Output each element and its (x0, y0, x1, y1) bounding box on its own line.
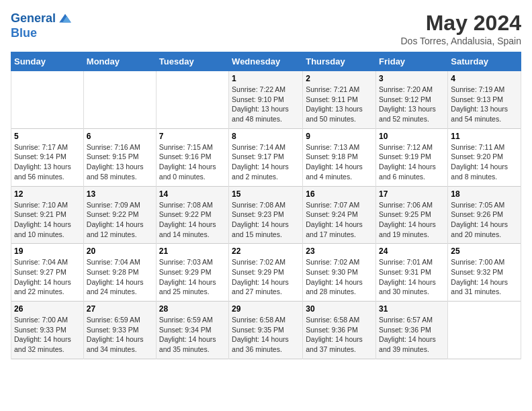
day-info: Sunrise: 7:05 AM Sunset: 9:26 PM Dayligh… (451, 200, 518, 240)
calendar-cell (448, 302, 521, 359)
calendar-cell: 3Sunrise: 7:20 AM Sunset: 9:12 PM Daylig… (376, 71, 448, 129)
calendar-table: SundayMondayTuesdayWednesdayThursdayFrid… (11, 52, 521, 359)
day-number: 22 (232, 246, 300, 256)
calendar-cell: 31Sunrise: 6:57 AM Sunset: 9:36 PM Dayli… (376, 302, 448, 359)
day-info: Sunrise: 6:58 AM Sunset: 9:35 PM Dayligh… (232, 315, 300, 355)
day-number: 25 (451, 246, 518, 256)
calendar-cell: 12Sunrise: 7:10 AM Sunset: 9:21 PM Dayli… (11, 186, 84, 244)
calendar-cell: 5Sunrise: 7:17 AM Sunset: 9:14 PM Daylig… (11, 128, 84, 186)
day-info: Sunrise: 7:12 AM Sunset: 9:19 PM Dayligh… (379, 142, 445, 182)
calendar-cell: 11Sunrise: 7:11 AM Sunset: 9:20 PM Dayli… (448, 128, 521, 186)
calendar-cell: 10Sunrise: 7:12 AM Sunset: 9:19 PM Dayli… (376, 128, 448, 186)
calendar-week-row: 1Sunrise: 7:22 AM Sunset: 9:10 PM Daylig… (11, 71, 521, 129)
day-number: 11 (451, 132, 518, 141)
day-info: Sunrise: 7:10 AM Sunset: 9:21 PM Dayligh… (14, 200, 81, 240)
calendar-cell: 1Sunrise: 7:22 AM Sunset: 9:10 PM Daylig… (229, 71, 303, 129)
day-info: Sunrise: 7:13 AM Sunset: 9:18 PM Dayligh… (306, 142, 373, 182)
calendar-cell: 18Sunrise: 7:05 AM Sunset: 9:26 PM Dayli… (448, 186, 521, 244)
logo-text: General (11, 12, 56, 26)
calendar-week-row: 12Sunrise: 7:10 AM Sunset: 9:21 PM Dayli… (11, 186, 521, 244)
day-number: 5 (14, 132, 81, 141)
day-info: Sunrise: 7:03 AM Sunset: 9:29 PM Dayligh… (159, 257, 226, 297)
weekday-header: Saturday (448, 52, 521, 71)
day-info: Sunrise: 6:59 AM Sunset: 9:34 PM Dayligh… (159, 315, 226, 355)
logo-blue-text: Blue (11, 27, 73, 40)
calendar-cell: 27Sunrise: 6:59 AM Sunset: 9:33 PM Dayli… (83, 302, 156, 359)
day-info: Sunrise: 7:09 AM Sunset: 9:22 PM Dayligh… (87, 200, 153, 240)
day-info: Sunrise: 7:15 AM Sunset: 9:16 PM Dayligh… (159, 142, 226, 182)
calendar-cell (156, 71, 228, 129)
calendar-cell (83, 71, 156, 129)
day-number: 17 (379, 189, 445, 199)
weekday-header: Thursday (303, 52, 376, 71)
day-number: 28 (159, 304, 226, 314)
day-number: 7 (159, 132, 226, 141)
calendar-cell: 25Sunrise: 7:00 AM Sunset: 9:32 PM Dayli… (448, 244, 521, 302)
day-info: Sunrise: 7:07 AM Sunset: 9:24 PM Dayligh… (306, 200, 373, 240)
calendar-cell: 30Sunrise: 6:58 AM Sunset: 9:36 PM Dayli… (303, 302, 376, 359)
day-info: Sunrise: 7:08 AM Sunset: 9:23 PM Dayligh… (232, 200, 300, 240)
day-number: 21 (159, 246, 226, 256)
day-info: Sunrise: 7:04 AM Sunset: 9:27 PM Dayligh… (14, 257, 81, 297)
day-info: Sunrise: 6:58 AM Sunset: 9:36 PM Dayligh… (306, 315, 373, 355)
day-info: Sunrise: 7:21 AM Sunset: 9:11 PM Dayligh… (306, 85, 373, 124)
calendar-cell: 13Sunrise: 7:09 AM Sunset: 9:22 PM Dayli… (83, 186, 156, 244)
calendar-cell: 7Sunrise: 7:15 AM Sunset: 9:16 PM Daylig… (156, 128, 228, 186)
day-info: Sunrise: 7:11 AM Sunset: 9:20 PM Dayligh… (451, 142, 518, 182)
calendar-cell: 28Sunrise: 6:59 AM Sunset: 9:34 PM Dayli… (156, 302, 228, 359)
day-number: 1 (232, 74, 300, 83)
day-info: Sunrise: 7:17 AM Sunset: 9:14 PM Dayligh… (14, 142, 81, 182)
day-info: Sunrise: 7:16 AM Sunset: 9:15 PM Dayligh… (87, 142, 153, 182)
day-info: Sunrise: 7:02 AM Sunset: 9:30 PM Dayligh… (306, 257, 373, 297)
day-number: 30 (306, 304, 373, 314)
day-info: Sunrise: 7:00 AM Sunset: 9:33 PM Dayligh… (14, 315, 81, 355)
day-number: 26 (14, 304, 81, 314)
day-number: 27 (87, 304, 153, 314)
day-number: 16 (306, 189, 373, 199)
calendar-cell: 4Sunrise: 7:19 AM Sunset: 9:13 PM Daylig… (448, 71, 521, 129)
calendar-cell: 15Sunrise: 7:08 AM Sunset: 9:23 PM Dayli… (229, 186, 303, 244)
calendar-cell: 2Sunrise: 7:21 AM Sunset: 9:11 PM Daylig… (303, 71, 376, 129)
page-header: General Blue May 2024 Dos Torres, Andalu… (11, 11, 521, 46)
title-block: May 2024 Dos Torres, Andalusia, Spain (400, 11, 521, 46)
calendar-cell: 26Sunrise: 7:00 AM Sunset: 9:33 PM Dayli… (11, 302, 84, 359)
calendar-week-row: 26Sunrise: 7:00 AM Sunset: 9:33 PM Dayli… (11, 302, 521, 359)
day-number: 18 (451, 189, 518, 199)
calendar-cell (11, 71, 84, 129)
day-number: 9 (306, 132, 373, 141)
calendar-cell: 14Sunrise: 7:08 AM Sunset: 9:22 PM Dayli… (156, 186, 228, 244)
calendar-cell: 8Sunrise: 7:14 AM Sunset: 9:17 PM Daylig… (229, 128, 303, 186)
calendar-cell: 22Sunrise: 7:02 AM Sunset: 9:29 PM Dayli… (229, 244, 303, 302)
day-number: 14 (159, 189, 226, 199)
calendar-week-row: 19Sunrise: 7:04 AM Sunset: 9:27 PM Dayli… (11, 244, 521, 302)
day-number: 13 (87, 189, 153, 199)
day-number: 6 (87, 132, 153, 141)
calendar-cell: 9Sunrise: 7:13 AM Sunset: 9:18 PM Daylig… (303, 128, 376, 186)
calendar-cell: 23Sunrise: 7:02 AM Sunset: 9:30 PM Dayli… (303, 244, 376, 302)
day-number: 19 (14, 246, 81, 256)
day-info: Sunrise: 7:01 AM Sunset: 9:31 PM Dayligh… (379, 257, 445, 297)
logo-icon (57, 11, 73, 27)
page-subtitle: Dos Torres, Andalusia, Spain (400, 36, 521, 46)
day-info: Sunrise: 7:14 AM Sunset: 9:17 PM Dayligh… (232, 142, 300, 182)
day-info: Sunrise: 7:20 AM Sunset: 9:12 PM Dayligh… (379, 85, 445, 124)
day-info: Sunrise: 7:00 AM Sunset: 9:32 PM Dayligh… (451, 257, 518, 297)
day-info: Sunrise: 6:57 AM Sunset: 9:36 PM Dayligh… (379, 315, 445, 355)
calendar-cell: 16Sunrise: 7:07 AM Sunset: 9:24 PM Dayli… (303, 186, 376, 244)
page-title: May 2024 (400, 11, 521, 36)
weekday-header: Tuesday (156, 52, 228, 71)
day-info: Sunrise: 7:02 AM Sunset: 9:29 PM Dayligh… (232, 257, 300, 297)
day-number: 24 (379, 246, 445, 256)
day-number: 23 (306, 246, 373, 256)
calendar-cell: 20Sunrise: 7:04 AM Sunset: 9:28 PM Dayli… (83, 244, 156, 302)
weekday-header: Sunday (11, 52, 84, 71)
day-number: 20 (87, 246, 153, 256)
logo: General Blue (11, 11, 73, 40)
day-number: 15 (232, 189, 300, 199)
weekday-header: Wednesday (229, 52, 303, 71)
day-number: 29 (232, 304, 300, 314)
day-number: 4 (451, 74, 518, 83)
day-number: 12 (14, 189, 81, 199)
calendar-cell: 24Sunrise: 7:01 AM Sunset: 9:31 PM Dayli… (376, 244, 448, 302)
weekday-header: Monday (83, 52, 156, 71)
